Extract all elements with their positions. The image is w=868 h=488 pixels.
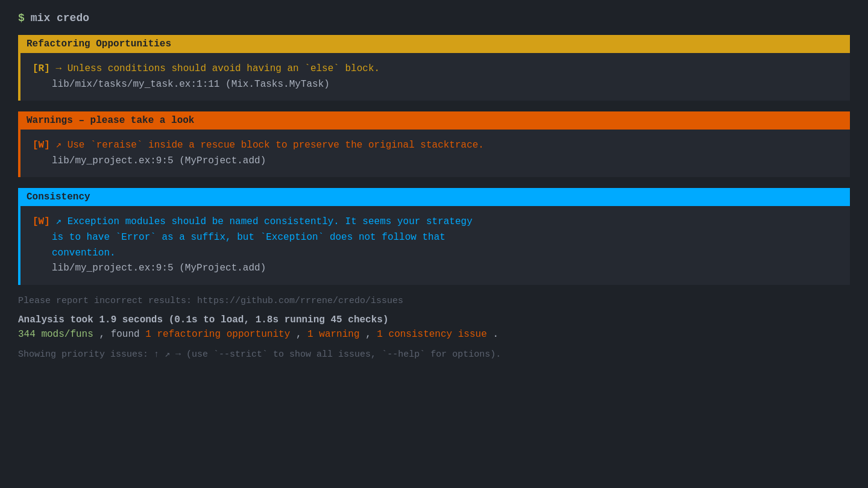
consistency-text3: convention. [52,246,838,261]
dollar-sign: $ [18,12,25,24]
consistency-arrow: ↗ [55,216,67,227]
refactoring-location: lib/mix/tasks/my_task.ex:1:11 (Mix.Tasks… [52,77,838,93]
consistency-text1: Exception modules should be named consis… [68,216,473,227]
warnings-label: [W] [33,140,50,151]
refactoring-label: [R] [33,63,50,74]
consistency-location: lib/my_project.ex:9:5 (MyProject.add) [52,261,838,277]
stats-comma1: , [296,329,307,340]
refactoring-text: Unless conditions should avoid having an… [68,63,380,74]
warnings-body: [W] ↗ Use `reraise` inside a rescue bloc… [18,130,850,177]
stats-consistency: 1 consistency issue [377,329,486,340]
stats-comma2: , [365,329,377,340]
warnings-header: Warnings – please take a look [18,111,850,130]
refactoring-arrow: → [55,63,67,74]
command-text: mix credo [31,12,89,24]
footer-priority: Showing priority issues: ↑ ↗ → (use `--s… [18,348,850,360]
consistency-label: [W] [33,216,50,227]
footer-report: Please report incorrect results: https:/… [18,296,850,306]
warnings-section: Warnings – please take a look [W] ↗ Use … [18,111,850,177]
terminal-window: $ mix credo Refactoring Opportunities [R… [18,12,850,360]
consistency-text2: is to have `Error` as a suffix, but `Exc… [52,230,838,246]
consistency-body: [W] ↗ Exception modules should be named … [18,206,850,284]
footer-analysis: Analysis took 1.9 seconds (0.1s to load,… [18,314,850,325]
warnings-issue: [W] ↗ Use `reraise` inside a rescue bloc… [33,138,838,169]
command-line: $ mix credo [18,12,850,24]
refactoring-issue: [R] → Unless conditions should avoid hav… [33,61,838,92]
stats-dot: . [492,329,498,340]
warnings-arrow: ↗ [55,140,67,151]
stats-mods: 344 mods/funs [18,329,93,340]
refactoring-body: [R] → Unless conditions should avoid hav… [18,53,850,101]
consistency-issue: [W] ↗ Exception modules should be named … [33,214,838,276]
stats-refactoring: 1 refactoring opportunity [145,329,290,340]
warnings-location: lib/my_project.ex:9:5 (MyProject.add) [52,154,838,169]
refactoring-section: Refactoring Opportunities [R] → Unless c… [18,35,850,101]
stats-found: , found [99,329,145,340]
warnings-text: Use `reraise` inside a rescue block to p… [68,140,484,151]
footer-stats: 344 mods/funs , found 1 refactoring oppo… [18,329,850,340]
stats-warning: 1 warning [307,329,359,340]
consistency-section: Consistency [W] ↗ Exception modules shou… [18,188,850,284]
consistency-header: Consistency [18,188,850,206]
refactoring-header: Refactoring Opportunities [18,35,850,53]
